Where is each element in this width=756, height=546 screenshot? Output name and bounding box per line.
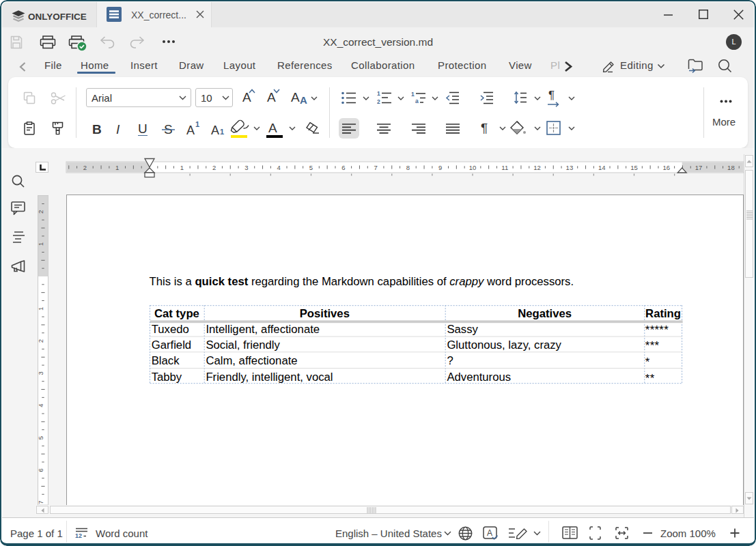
svg-text:4: 4 — [277, 164, 281, 171]
svg-text:15: 15 — [630, 164, 638, 171]
svg-text:12: 12 — [533, 164, 541, 171]
svg-text:2: 2 — [38, 210, 44, 214]
svg-text:1: 1 — [180, 164, 184, 171]
svg-text:6: 6 — [341, 164, 345, 171]
svg-text:a: a — [415, 98, 419, 104]
svg-text:10: 10 — [469, 164, 477, 171]
svg-text:1: 1 — [38, 307, 44, 311]
svg-text:2: 2 — [212, 164, 216, 171]
svg-text:7: 7 — [38, 500, 44, 504]
svg-text:2: 2 — [377, 98, 380, 104]
svg-text:1: 1 — [377, 91, 380, 97]
svg-text:18: 18 — [727, 164, 735, 171]
svg-text:1: 1 — [115, 164, 119, 171]
svg-text:7: 7 — [374, 164, 377, 171]
svg-text:1: 1 — [411, 91, 415, 98]
svg-text:A: A — [487, 528, 492, 538]
svg-text:11: 11 — [501, 164, 508, 171]
svg-text:4: 4 — [38, 404, 44, 407]
svg-text:5: 5 — [309, 164, 313, 171]
svg-text:2: 2 — [83, 164, 87, 171]
svg-text:2: 2 — [38, 339, 44, 343]
svg-text:13: 13 — [566, 164, 574, 171]
svg-text:1: 1 — [38, 242, 44, 246]
svg-text:16: 16 — [663, 164, 671, 171]
svg-text:14: 14 — [598, 164, 606, 171]
svg-text:6: 6 — [38, 468, 44, 472]
svg-text:3: 3 — [244, 164, 248, 171]
svg-text:17: 17 — [695, 164, 703, 171]
svg-text:8: 8 — [406, 164, 410, 171]
svg-text:12: 12 — [75, 532, 82, 538]
svg-text:5: 5 — [38, 436, 44, 440]
svg-text:3: 3 — [38, 371, 44, 375]
svg-text:9: 9 — [438, 164, 442, 171]
